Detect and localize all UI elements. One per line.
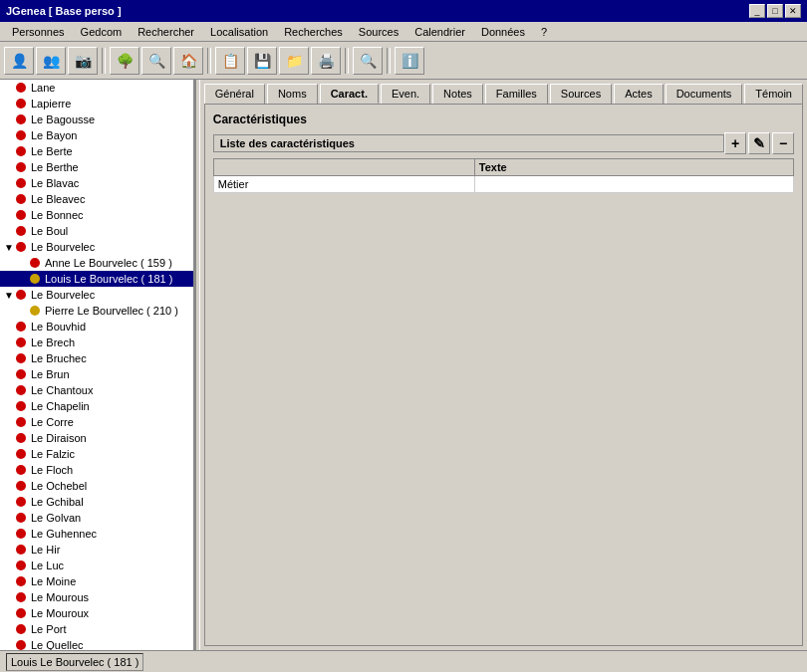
tree-item[interactable]: Le Chantoux — [0, 382, 193, 398]
tree-item[interactable]: Le Guhennec — [0, 526, 193, 542]
tree-item[interactable]: Le Brun — [0, 366, 193, 382]
tree-item-label: Lane — [31, 82, 55, 94]
tree-item[interactable]: Le Bleavec — [0, 191, 193, 207]
tab-noms[interactable]: Noms — [267, 84, 318, 104]
menu-calendrier[interactable]: Calendrier — [406, 24, 473, 40]
tree-item[interactable]: Le Blavac — [0, 175, 193, 191]
char-header: Liste des caractéristiques + ✎ − — [213, 132, 794, 154]
tree-item[interactable]: Le Bruchec — [0, 350, 193, 366]
tree-expand-placeholder — [2, 592, 16, 603]
toolbar-save-btn[interactable]: 💾 — [247, 47, 277, 75]
tree-item[interactable]: Le Bouvhid — [0, 319, 193, 335]
tree-dot-icon — [16, 114, 26, 124]
menu-gedcom[interactable]: Gedcom — [73, 24, 131, 40]
tree-item[interactable]: Le Luc — [0, 558, 193, 573]
toolbar-clipboard-btn[interactable]: 📋 — [215, 47, 245, 75]
tree-item[interactable]: Le Falzic — [0, 446, 193, 462]
toolbar-print-btn[interactable]: 🖨️ — [311, 47, 341, 75]
toolbar-search-btn[interactable]: 🔍 — [141, 47, 171, 75]
close-button[interactable]: ✕ — [785, 4, 801, 18]
tab-familles[interactable]: Familles — [485, 84, 548, 104]
toolbar-tree-btn[interactable]: 🌳 — [110, 47, 139, 75]
tree-item[interactable]: Le Mouroux — [0, 605, 193, 621]
tab-even[interactable]: Even. — [381, 84, 430, 104]
tree-dot-icon — [16, 178, 26, 188]
tree-dot-icon — [30, 306, 40, 316]
menu-donnees[interactable]: Données — [473, 24, 533, 40]
tree-expand-placeholder — [2, 114, 16, 125]
tab-documents[interactable]: Documents — [666, 84, 743, 104]
minimize-button[interactable]: _ — [749, 4, 765, 18]
toolbar-photo-btn[interactable]: 📷 — [68, 47, 98, 75]
tree-item[interactable]: Anne Le Bourvelec ( 159 ) — [0, 255, 193, 271]
tree-item[interactable]: Le Quellec — [0, 637, 193, 650]
toolbar-person-btn[interactable]: 👤 — [4, 47, 34, 75]
tree-item[interactable]: Lapierre — [0, 96, 193, 112]
tree-item[interactable]: Le Bagousse — [0, 112, 193, 127]
toolbar-sep-1 — [102, 48, 106, 74]
tab-actes[interactable]: Actes — [614, 84, 664, 104]
tab-général[interactable]: Général — [204, 84, 265, 104]
tree-item[interactable]: Le Moine — [0, 573, 193, 589]
tab-notes[interactable]: Notes — [432, 84, 483, 104]
tree-expand-placeholder — [2, 226, 16, 237]
menu-sources[interactable]: Sources — [351, 24, 406, 40]
toolbar: 👤 👥 📷 🌳 🔍 🏠 📋 💾 📁 🖨️ 🔍 ℹ️ — [0, 42, 807, 80]
tree-item[interactable]: Le Diraison — [0, 430, 193, 446]
maximize-button[interactable]: □ — [767, 4, 783, 18]
toolbar-info-btn[interactable]: ℹ️ — [395, 47, 424, 75]
tree-dot-icon — [16, 545, 26, 555]
tree-item[interactable]: Le Golvan — [0, 510, 193, 526]
tree-item[interactable]: ▼Le Bourvelec — [0, 239, 193, 255]
tree-item[interactable]: Le Corre — [0, 414, 193, 430]
tree-expand-placeholder — [2, 481, 16, 492]
tree-item[interactable]: Lane — [0, 80, 193, 96]
tree-expand-icon[interactable]: ▼ — [2, 290, 16, 301]
tree-item[interactable]: ▼Le Bourvelec — [0, 287, 193, 303]
tree-item[interactable]: Le Mourous — [0, 589, 193, 605]
tree-item[interactable]: Le Berthe — [0, 159, 193, 175]
tree-expand-placeholder — [2, 433, 16, 444]
tree-item[interactable]: Le Berte — [0, 143, 193, 159]
tree-item[interactable]: Le Chapelin — [0, 398, 193, 414]
tree-item[interactable]: Pierre Le Bourvellec ( 210 ) — [0, 303, 193, 319]
menu-recherches[interactable]: Recherches — [276, 24, 351, 40]
tree-item[interactable]: Le Brech — [0, 335, 193, 350]
tree-expand-placeholder — [2, 497, 16, 508]
tree-panel[interactable]: Lane Lapierre Le Bagousse Le Bayon Le Be… — [0, 80, 195, 650]
tree-dot-icon — [16, 353, 26, 363]
menu-rechercher[interactable]: Rechercher — [130, 24, 202, 40]
tree-item[interactable]: Le Floch — [0, 462, 193, 478]
tree-item[interactable]: Le Bonnec — [0, 207, 193, 223]
toolbar-home-btn[interactable]: 🏠 — [173, 47, 203, 75]
tab-témoin[interactable]: Témoin — [744, 84, 803, 104]
tree-item[interactable]: Le Bayon — [0, 127, 193, 143]
tree-item[interactable]: Le Boul — [0, 223, 193, 239]
tree-expand-placeholder — [2, 608, 16, 619]
tree-item[interactable]: Le Port — [0, 621, 193, 637]
toolbar-family-btn[interactable]: 👥 — [36, 47, 66, 75]
tree-item-label: Le Bourvelec — [31, 289, 95, 301]
tree-item[interactable]: Le Gchibal — [0, 494, 193, 510]
tree-item[interactable]: Le Hir — [0, 542, 193, 558]
remove-char-button[interactable]: − — [772, 132, 794, 154]
tree-dot-icon — [16, 369, 26, 379]
menu-personnes[interactable]: Personnes — [4, 24, 73, 40]
add-char-button[interactable]: + — [724, 132, 746, 154]
tab-sources[interactable]: Sources — [550, 84, 612, 104]
tree-item-label: Le Chapelin — [31, 400, 90, 412]
right-panel: GénéralNomsCaract.Even.NotesFamillesSour… — [200, 80, 807, 650]
edit-char-button[interactable]: ✎ — [748, 132, 770, 154]
tree-item-label: Le Mourous — [31, 591, 89, 603]
menu-localisation[interactable]: Localisation — [202, 24, 276, 40]
toolbar-find-btn[interactable]: 🔍 — [353, 47, 383, 75]
tree-expand-placeholder — [2, 449, 16, 460]
tree-dot-icon — [16, 624, 26, 634]
toolbar-open-btn[interactable]: 📁 — [279, 47, 309, 75]
tab-caract[interactable]: Caract. — [320, 84, 379, 104]
tree-expand-placeholder — [2, 624, 16, 635]
tree-item[interactable]: Le Ochebel — [0, 478, 193, 494]
tree-expand-icon[interactable]: ▼ — [2, 242, 16, 253]
tree-item[interactable]: Louis Le Bourvelec ( 181 ) — [0, 271, 193, 287]
menu-help[interactable]: ? — [533, 24, 555, 40]
